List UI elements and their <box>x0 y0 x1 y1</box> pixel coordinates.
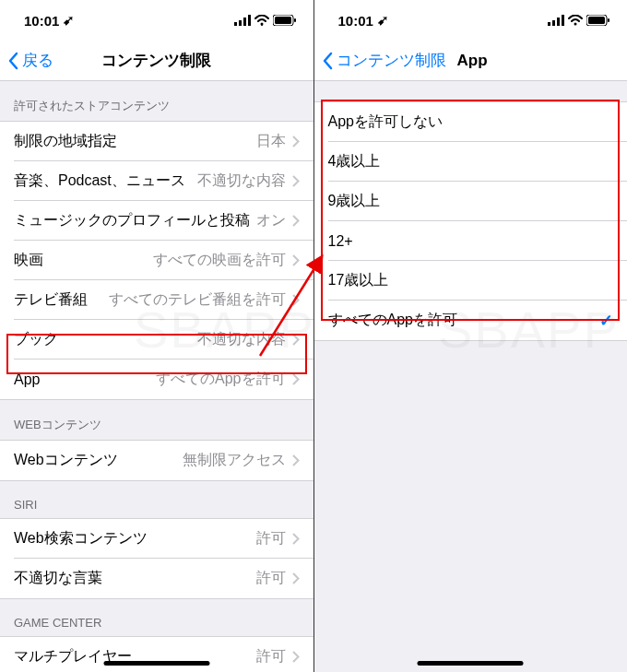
location-icon: ➹ <box>377 12 389 29</box>
row-label: Webコンテンツ <box>14 451 118 470</box>
option-row[interactable]: Appを許可しない <box>314 102 628 142</box>
row-value: 日本 <box>256 132 286 151</box>
option-row[interactable]: 12+ <box>314 221 628 261</box>
row-music-profile[interactable]: ミュージックのプロフィールと投稿オン <box>0 201 314 241</box>
row-label: テレビ番組 <box>14 290 88 310</box>
back-button[interactable]: 戻る <box>0 50 53 71</box>
svg-rect-2 <box>243 18 246 26</box>
row-label: 4歳以上 <box>328 152 381 171</box>
status-bar: 10:01 ➹ <box>314 0 628 41</box>
svg-point-12 <box>574 23 577 26</box>
back-button[interactable]: コンテンツ制限 <box>314 50 446 71</box>
location-icon: ➹ <box>63 12 75 29</box>
row-value: 許可 <box>256 647 286 666</box>
row-value: オン <box>256 211 286 230</box>
nav-bar: コンテンツ制限 App <box>314 41 628 81</box>
chevron-right-icon <box>292 373 300 385</box>
option-row[interactable]: すべてのAppを許可✓ <box>314 301 628 340</box>
battery-icon <box>586 15 610 26</box>
checkmark-icon: ✓ <box>599 311 613 331</box>
row-music[interactable]: 音楽、Podcast、ニュース不適切な内容 <box>0 161 314 201</box>
svg-rect-0 <box>234 22 237 26</box>
chevron-right-icon <box>292 136 300 147</box>
chevron-right-icon <box>292 254 300 266</box>
row-region[interactable]: 制限の地域指定日本 <box>0 122 314 161</box>
svg-rect-1 <box>239 20 242 26</box>
row-label: Web検索コンテンツ <box>14 529 148 548</box>
row-value: 不適切な内容 <box>197 171 286 191</box>
status-time: 10:01 <box>338 13 373 29</box>
home-indicator[interactable] <box>418 661 524 666</box>
row-label: 17歳以上 <box>328 271 389 290</box>
row-value: 無制限アクセス <box>183 451 286 470</box>
back-label: 戻る <box>22 50 53 71</box>
cellular-icon <box>234 15 251 26</box>
row-app[interactable]: AppすべてのAppを許可 <box>0 360 314 399</box>
svg-rect-14 <box>588 17 605 24</box>
svg-rect-15 <box>608 18 609 22</box>
list-group: 制限の地域指定日本 音楽、Podcast、ニュース不適切な内容 ミュージックのプ… <box>0 121 314 400</box>
chevron-right-icon <box>292 651 300 663</box>
chevron-right-icon <box>292 572 300 584</box>
row-label: 映画 <box>14 251 43 270</box>
row-books[interactable]: ブック不適切な内容 <box>0 320 314 360</box>
row-explicit-language[interactable]: 不適切な言葉許可 <box>0 559 314 598</box>
option-row[interactable]: 9歳以上 <box>314 182 628 221</box>
list-group: Webコンテンツ無制限アクセス <box>0 440 314 481</box>
row-label: ミュージックのプロフィールと投稿 <box>14 211 250 230</box>
option-row[interactable]: 4歳以上 <box>314 142 628 182</box>
svg-rect-9 <box>552 20 555 26</box>
row-movies[interactable]: 映画すべての映画を許可 <box>0 241 314 280</box>
row-value: 不適切な内容 <box>197 330 286 349</box>
list-group: マルチプレイヤー許可 友達を追加許可 <box>0 636 314 672</box>
cellular-icon <box>548 15 564 26</box>
row-label: 制限の地域指定 <box>14 132 117 151</box>
list-group: Appを許可しない 4歳以上 9歳以上 12+ 17歳以上 すべてのAppを許可… <box>314 101 628 341</box>
chevron-right-icon <box>292 533 300 545</box>
section-header: 許可されたストアコンテンツ <box>0 81 314 121</box>
chevron-right-icon <box>292 454 300 466</box>
battery-icon <box>273 15 297 26</box>
row-tv[interactable]: テレビ番組すべてのテレビ番組を許可 <box>0 280 314 320</box>
row-web-content[interactable]: Webコンテンツ無制限アクセス <box>0 441 314 480</box>
status-time: 10:01 <box>24 13 59 29</box>
row-label: ブック <box>14 330 58 349</box>
svg-point-4 <box>260 23 263 26</box>
section-header: SIRI <box>0 481 314 518</box>
svg-rect-10 <box>557 18 560 26</box>
list-group: Web検索コンテンツ許可 不適切な言葉許可 <box>0 518 314 599</box>
home-indicator[interactable] <box>103 661 209 666</box>
chevron-right-icon <box>292 294 300 306</box>
svg-rect-7 <box>294 18 296 22</box>
row-multiplayer[interactable]: マルチプレイヤー許可 <box>0 637 314 672</box>
row-label: 音楽、Podcast、ニュース <box>14 171 185 191</box>
section-header: GAME CENTER <box>0 599 314 636</box>
chevron-right-icon <box>292 334 300 346</box>
row-label: 12+ <box>328 233 353 250</box>
wifi-icon <box>568 15 583 26</box>
section-header: WEBコンテンツ <box>0 400 314 440</box>
options-list[interactable]: Appを許可しない 4歳以上 9歳以上 12+ 17歳以上 すべてのAppを許可… <box>314 81 628 672</box>
left-screenshot: 10:01 ➹ 戻る コンテンツ制限 許可されたストアコンテンツ 制限の地域指定… <box>0 0 314 672</box>
option-row[interactable]: 17歳以上 <box>314 261 628 301</box>
row-value: すべての映画を許可 <box>153 251 286 270</box>
svg-rect-11 <box>562 15 564 26</box>
row-web-search[interactable]: Web検索コンテンツ許可 <box>0 519 314 559</box>
nav-bar: 戻る コンテンツ制限 <box>0 41 314 81</box>
chevron-right-icon <box>292 175 300 187</box>
row-label: 9歳以上 <box>328 192 381 211</box>
chevron-right-icon <box>292 215 300 227</box>
row-label: 不適切な言葉 <box>14 569 102 588</box>
status-right <box>234 15 297 26</box>
row-value: すべてのテレビ番組を許可 <box>109 290 286 310</box>
page-title: App <box>457 52 488 70</box>
status-right <box>548 15 610 26</box>
status-bar: 10:01 ➹ <box>0 0 314 41</box>
row-value: すべてのAppを許可 <box>156 370 285 389</box>
wifi-icon <box>254 15 269 26</box>
svg-rect-8 <box>548 22 550 26</box>
right-screenshot: 10:01 ➹ コンテンツ制限 App Appを許可しない 4歳以上 9歳以上 … <box>314 0 628 672</box>
settings-list[interactable]: 許可されたストアコンテンツ 制限の地域指定日本 音楽、Podcast、ニュース不… <box>0 81 314 672</box>
svg-rect-6 <box>275 17 291 24</box>
row-label: App <box>14 371 40 388</box>
